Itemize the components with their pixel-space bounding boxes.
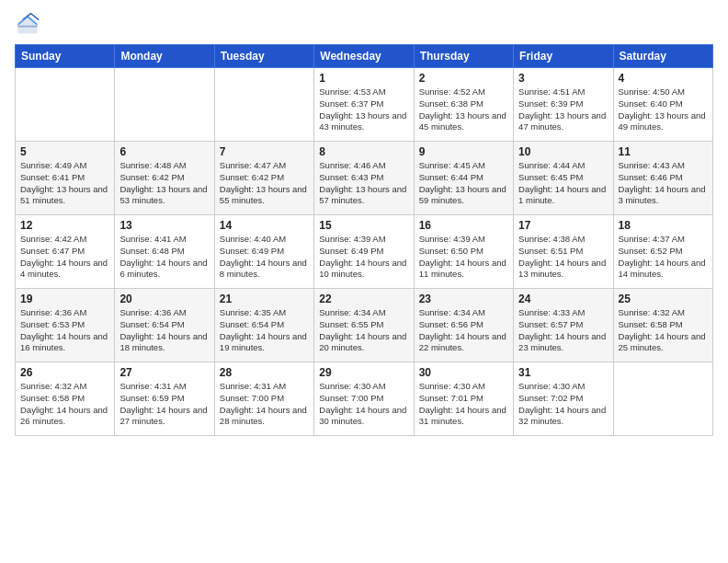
day-info: Sunrise: 4:30 AM Sunset: 7:01 PM Dayligh…	[419, 381, 508, 428]
weekday-header-wednesday: Wednesday	[314, 45, 414, 68]
weekday-header-friday: Friday	[514, 45, 613, 68]
day-info: Sunrise: 4:31 AM Sunset: 7:00 PM Dayligh…	[220, 381, 309, 428]
empty-cell	[115, 68, 214, 142]
day-cell-19: 19Sunrise: 4:36 AM Sunset: 6:53 PM Dayli…	[16, 289, 115, 362]
day-cell-6: 6Sunrise: 4:48 AM Sunset: 6:42 PM Daylig…	[115, 142, 214, 215]
day-cell-16: 16Sunrise: 4:39 AM Sunset: 6:50 PM Dayli…	[414, 215, 513, 289]
day-info: Sunrise: 4:44 AM Sunset: 6:45 PM Dayligh…	[518, 160, 608, 207]
day-info: Sunrise: 4:38 AM Sunset: 6:51 PM Dayligh…	[518, 234, 608, 281]
day-info: Sunrise: 4:36 AM Sunset: 6:54 PM Dayligh…	[119, 307, 209, 354]
day-cell-15: 15Sunrise: 4:39 AM Sunset: 6:49 PM Dayli…	[314, 215, 414, 289]
logo-icon	[15, 11, 40, 37]
day-info: Sunrise: 4:37 AM Sunset: 6:52 PM Dayligh…	[619, 234, 708, 281]
day-number: 2	[419, 72, 508, 85]
svg-rect-3	[18, 26, 38, 28]
day-cell-5: 5Sunrise: 4:49 AM Sunset: 6:41 PM Daylig…	[16, 142, 115, 215]
day-cell-29: 29Sunrise: 4:30 AM Sunset: 7:00 PM Dayli…	[314, 362, 414, 436]
day-info: Sunrise: 4:31 AM Sunset: 6:59 PM Dayligh…	[119, 381, 209, 428]
day-number: 8	[319, 145, 408, 158]
day-info: Sunrise: 4:46 AM Sunset: 6:43 PM Dayligh…	[319, 160, 408, 207]
day-number: 29	[319, 366, 408, 379]
day-number: 1	[319, 72, 408, 85]
week-row-5: 26Sunrise: 4:32 AM Sunset: 6:58 PM Dayli…	[16, 362, 713, 436]
week-row-3: 12Sunrise: 4:42 AM Sunset: 6:47 PM Dayli…	[16, 215, 713, 289]
empty-cell	[214, 68, 313, 142]
day-info: Sunrise: 4:50 AM Sunset: 6:40 PM Dayligh…	[619, 86, 708, 133]
day-cell-20: 20Sunrise: 4:36 AM Sunset: 6:54 PM Dayli…	[115, 289, 214, 362]
day-info: Sunrise: 4:34 AM Sunset: 6:56 PM Dayligh…	[419, 307, 508, 354]
day-number: 7	[220, 145, 309, 158]
day-info: Sunrise: 4:42 AM Sunset: 6:47 PM Dayligh…	[20, 234, 109, 281]
day-info: Sunrise: 4:30 AM Sunset: 7:00 PM Dayligh…	[319, 381, 408, 428]
day-cell-14: 14Sunrise: 4:40 AM Sunset: 6:49 PM Dayli…	[214, 215, 313, 289]
header	[15, 11, 713, 37]
day-info: Sunrise: 4:36 AM Sunset: 6:53 PM Dayligh…	[20, 307, 109, 354]
day-info: Sunrise: 4:33 AM Sunset: 6:57 PM Dayligh…	[518, 307, 608, 354]
weekday-header-tuesday: Tuesday	[214, 45, 313, 68]
day-number: 21	[220, 293, 309, 305]
day-info: Sunrise: 4:39 AM Sunset: 6:50 PM Dayligh…	[419, 234, 508, 281]
day-info: Sunrise: 4:53 AM Sunset: 6:37 PM Dayligh…	[319, 86, 408, 133]
day-info: Sunrise: 4:45 AM Sunset: 6:44 PM Dayligh…	[419, 160, 508, 207]
day-cell-11: 11Sunrise: 4:43 AM Sunset: 6:46 PM Dayli…	[613, 142, 712, 215]
day-number: 9	[419, 145, 508, 158]
day-number: 26	[20, 366, 109, 379]
day-cell-22: 22Sunrise: 4:34 AM Sunset: 6:55 PM Dayli…	[314, 289, 414, 362]
day-number: 20	[119, 293, 209, 305]
day-number: 25	[619, 293, 708, 305]
day-number: 13	[119, 219, 209, 232]
day-cell-18: 18Sunrise: 4:37 AM Sunset: 6:52 PM Dayli…	[613, 215, 712, 289]
empty-cell	[16, 68, 115, 142]
day-info: Sunrise: 4:30 AM Sunset: 7:02 PM Dayligh…	[518, 381, 608, 428]
day-cell-30: 30Sunrise: 4:30 AM Sunset: 7:01 PM Dayli…	[414, 362, 513, 436]
page: SundayMondayTuesdayWednesdayThursdayFrid…	[0, 0, 728, 563]
day-info: Sunrise: 4:52 AM Sunset: 6:38 PM Dayligh…	[419, 86, 508, 133]
day-cell-1: 1Sunrise: 4:53 AM Sunset: 6:37 PM Daylig…	[314, 68, 414, 142]
day-number: 5	[20, 145, 109, 158]
day-number: 11	[619, 145, 708, 158]
day-cell-25: 25Sunrise: 4:32 AM Sunset: 6:58 PM Dayli…	[613, 289, 712, 362]
weekday-header-saturday: Saturday	[613, 45, 712, 68]
day-info: Sunrise: 4:51 AM Sunset: 6:39 PM Dayligh…	[518, 86, 608, 133]
day-cell-21: 21Sunrise: 4:35 AM Sunset: 6:54 PM Dayli…	[214, 289, 313, 362]
day-info: Sunrise: 4:49 AM Sunset: 6:41 PM Dayligh…	[20, 160, 109, 207]
day-cell-27: 27Sunrise: 4:31 AM Sunset: 6:59 PM Dayli…	[115, 362, 214, 436]
day-number: 18	[619, 219, 708, 232]
calendar-table: SundayMondayTuesdayWednesdayThursdayFrid…	[15, 44, 713, 436]
day-cell-3: 3Sunrise: 4:51 AM Sunset: 6:39 PM Daylig…	[514, 68, 613, 142]
empty-cell	[613, 362, 712, 436]
day-info: Sunrise: 4:34 AM Sunset: 6:55 PM Dayligh…	[319, 307, 408, 354]
week-row-1: 1Sunrise: 4:53 AM Sunset: 6:37 PM Daylig…	[16, 68, 713, 142]
day-number: 4	[619, 72, 708, 85]
day-cell-26: 26Sunrise: 4:32 AM Sunset: 6:58 PM Dayli…	[16, 362, 115, 436]
weekday-header-row: SundayMondayTuesdayWednesdayThursdayFrid…	[16, 45, 713, 68]
day-number: 31	[518, 366, 608, 379]
day-number: 6	[119, 145, 209, 158]
day-info: Sunrise: 4:40 AM Sunset: 6:49 PM Dayligh…	[220, 234, 309, 281]
day-info: Sunrise: 4:39 AM Sunset: 6:49 PM Dayligh…	[319, 234, 408, 281]
day-cell-10: 10Sunrise: 4:44 AM Sunset: 6:45 PM Dayli…	[514, 142, 613, 215]
day-cell-7: 7Sunrise: 4:47 AM Sunset: 6:42 PM Daylig…	[214, 142, 313, 215]
day-info: Sunrise: 4:48 AM Sunset: 6:42 PM Dayligh…	[119, 160, 209, 207]
day-number: 24	[518, 293, 608, 305]
day-cell-23: 23Sunrise: 4:34 AM Sunset: 6:56 PM Dayli…	[414, 289, 513, 362]
day-cell-4: 4Sunrise: 4:50 AM Sunset: 6:40 PM Daylig…	[613, 68, 712, 142]
day-info: Sunrise: 4:32 AM Sunset: 6:58 PM Dayligh…	[619, 307, 708, 354]
day-cell-24: 24Sunrise: 4:33 AM Sunset: 6:57 PM Dayli…	[514, 289, 613, 362]
day-cell-2: 2Sunrise: 4:52 AM Sunset: 6:38 PM Daylig…	[414, 68, 513, 142]
day-number: 30	[419, 366, 508, 379]
logo	[15, 11, 44, 37]
week-row-2: 5Sunrise: 4:49 AM Sunset: 6:41 PM Daylig…	[16, 142, 713, 215]
day-number: 28	[220, 366, 309, 379]
day-number: 14	[220, 219, 309, 232]
day-number: 27	[119, 366, 209, 379]
day-number: 10	[518, 145, 608, 158]
day-cell-28: 28Sunrise: 4:31 AM Sunset: 7:00 PM Dayli…	[214, 362, 313, 436]
day-cell-31: 31Sunrise: 4:30 AM Sunset: 7:02 PM Dayli…	[514, 362, 613, 436]
weekday-header-thursday: Thursday	[414, 45, 513, 68]
weekday-header-monday: Monday	[115, 45, 214, 68]
day-number: 3	[518, 72, 608, 85]
day-cell-13: 13Sunrise: 4:41 AM Sunset: 6:48 PM Dayli…	[115, 215, 214, 289]
day-info: Sunrise: 4:32 AM Sunset: 6:58 PM Dayligh…	[20, 381, 109, 428]
day-cell-17: 17Sunrise: 4:38 AM Sunset: 6:51 PM Dayli…	[514, 215, 613, 289]
